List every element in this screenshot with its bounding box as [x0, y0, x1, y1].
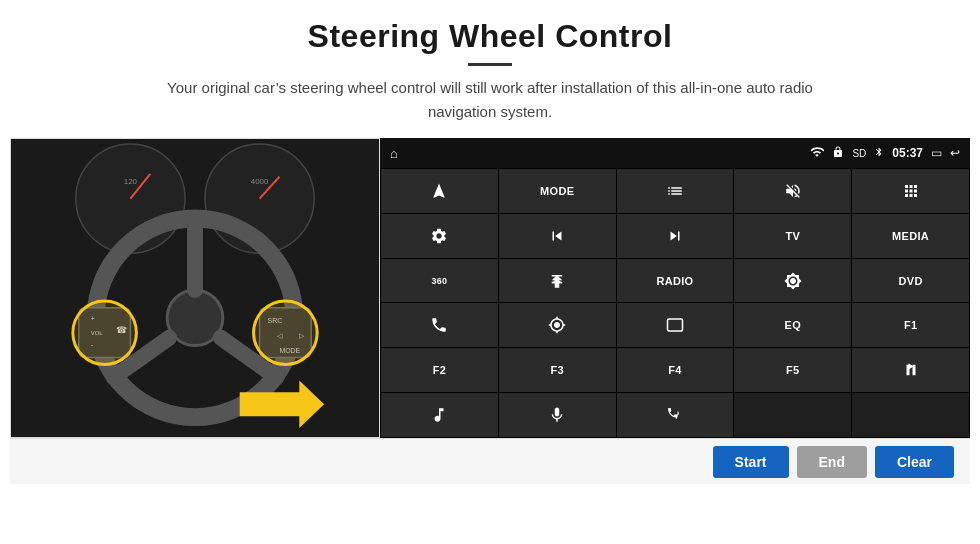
btn-brightness[interactable]: [734, 259, 851, 303]
bluetooth-icon: [874, 145, 884, 162]
btn-phone[interactable]: [381, 303, 498, 347]
back-icon[interactable]: ↩: [950, 146, 960, 160]
time-display: 05:37: [892, 146, 923, 160]
btn-next[interactable]: [617, 214, 734, 258]
btn-empty-2: [852, 393, 969, 437]
content-row: 120 4000 + VOL: [10, 138, 970, 438]
btn-playpause[interactable]: [852, 348, 969, 392]
status-bar: ⌂ SD 05:37 ▭ ↩: [380, 138, 970, 168]
head-unit-panel: ⌂ SD 05:37 ▭ ↩: [380, 138, 970, 438]
bottom-bar: Start End Clear: [10, 438, 970, 484]
svg-point-23: [254, 301, 318, 365]
btn-f3[interactable]: F3: [499, 348, 616, 392]
svg-rect-26: [552, 281, 563, 283]
btn-f4[interactable]: F4: [617, 348, 734, 392]
btn-empty-1: [734, 393, 851, 437]
btn-f2[interactable]: F2: [381, 348, 498, 392]
btn-media[interactable]: MEDIA: [852, 214, 969, 258]
title-divider: [468, 63, 512, 66]
svg-text:120: 120: [124, 177, 138, 186]
btn-eq[interactable]: EQ: [734, 303, 851, 347]
btn-360cam[interactable]: 360: [381, 259, 498, 303]
steering-wheel-image: 120 4000 + VOL: [10, 138, 380, 438]
svg-rect-27: [667, 319, 682, 331]
wifi-icon: [810, 145, 824, 162]
lock-icon: [832, 145, 844, 162]
btn-apps[interactable]: [852, 169, 969, 213]
btn-navigate[interactable]: [381, 169, 498, 213]
sd-icon: SD: [852, 148, 866, 159]
btn-f1[interactable]: F1: [852, 303, 969, 347]
btn-phone-sound[interactable]: /: [617, 393, 734, 437]
btn-dvd[interactable]: DVD: [852, 259, 969, 303]
screen-icon: ▭: [931, 146, 942, 160]
btn-list[interactable]: [617, 169, 734, 213]
btn-mode[interactable]: MODE: [499, 169, 616, 213]
btn-tv[interactable]: TV: [734, 214, 851, 258]
btn-mute[interactable]: [734, 169, 851, 213]
home-icon[interactable]: ⌂: [390, 146, 398, 161]
btn-prev[interactable]: [499, 214, 616, 258]
btn-aspect[interactable]: [617, 303, 734, 347]
start-button[interactable]: Start: [713, 446, 789, 478]
btn-gps[interactable]: [499, 303, 616, 347]
btn-settings[interactable]: [381, 214, 498, 258]
btn-mic[interactable]: [499, 393, 616, 437]
svg-text:4000: 4000: [251, 177, 269, 186]
btn-eject[interactable]: [499, 259, 616, 303]
btn-radio[interactable]: RADIO: [617, 259, 734, 303]
btn-music[interactable]: [381, 393, 498, 437]
end-button[interactable]: End: [797, 446, 867, 478]
clear-button[interactable]: Clear: [875, 446, 954, 478]
page-title: Steering Wheel Control: [308, 18, 673, 55]
statusbar-right: SD 05:37 ▭ ↩: [810, 145, 960, 162]
statusbar-left: ⌂: [390, 146, 398, 161]
page-subtitle: Your original car’s steering wheel contr…: [150, 76, 830, 124]
btn-f5[interactable]: F5: [734, 348, 851, 392]
svg-point-22: [73, 301, 137, 365]
svg-text:/: /: [676, 413, 678, 420]
button-grid: MODE: [380, 168, 970, 438]
page: Steering Wheel Control Your original car…: [0, 0, 980, 544]
